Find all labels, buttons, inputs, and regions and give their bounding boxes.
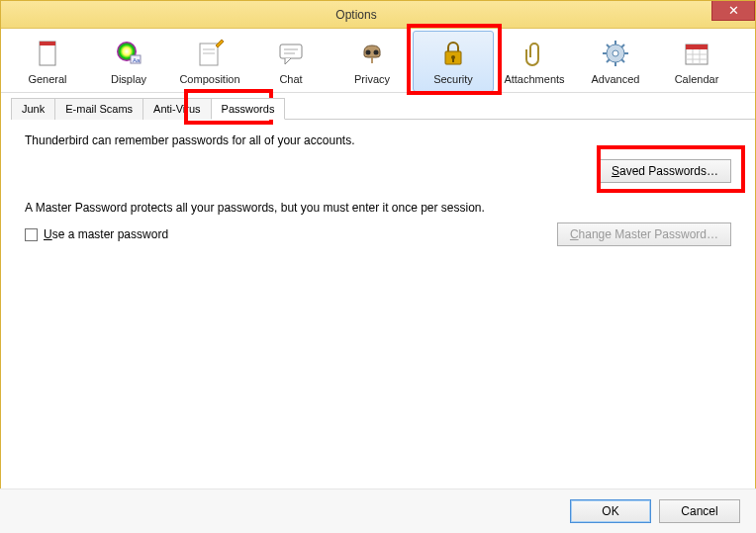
passwords-panel: Thunderbird can remember passwords for a…: [1, 120, 755, 495]
tool-calendar-label: Calendar: [675, 73, 719, 85]
attachments-icon: [519, 38, 550, 69]
change-master-password-button: Change Master Password…: [557, 222, 731, 246]
privacy-icon: [356, 38, 388, 69]
tool-chat-label: Chat: [279, 73, 302, 85]
tool-display[interactable]: Aa Display: [88, 31, 169, 92]
svg-rect-8: [280, 44, 302, 58]
tool-general[interactable]: General: [7, 31, 88, 92]
tab-passwords[interactable]: Passwords: [211, 98, 286, 120]
tool-privacy-label: Privacy: [354, 73, 390, 85]
use-master-password-label: Use a master password: [44, 227, 168, 241]
dialog-footer: OK Cancel: [0, 489, 756, 533]
tool-calendar[interactable]: Calendar: [656, 31, 737, 92]
use-master-password-row[interactable]: Use a master password: [25, 227, 168, 241]
chat-icon: [275, 38, 307, 69]
svg-point-11: [366, 50, 371, 55]
tool-security-label: Security: [433, 73, 473, 85]
tool-chat[interactable]: Chat: [250, 31, 331, 92]
options-toolbar: General Aa Display Composition Chat Priv…: [1, 29, 755, 93]
display-icon: Aa: [113, 38, 144, 69]
svg-line-26: [621, 44, 624, 47]
window-title: Options: [1, 8, 711, 22]
svg-rect-5: [200, 44, 218, 65]
general-icon: [32, 38, 63, 69]
tool-advanced-label: Advanced: [592, 73, 640, 85]
svg-line-25: [607, 59, 610, 62]
titlebar: Options ✕: [1, 1, 755, 29]
tab-junk[interactable]: Junk: [11, 98, 55, 120]
svg-point-12: [374, 50, 379, 55]
svg-rect-16: [452, 58, 454, 62]
tool-security[interactable]: Security: [413, 31, 494, 92]
svg-line-24: [621, 59, 624, 62]
security-icon: [437, 38, 469, 69]
ok-button[interactable]: OK: [570, 499, 651, 523]
tab-email-scams[interactable]: E-mail Scams: [54, 98, 143, 120]
advanced-icon: [600, 38, 631, 69]
svg-text:Aa: Aa: [133, 57, 141, 63]
composition-icon: [194, 38, 226, 69]
tool-advanced[interactable]: Advanced: [575, 31, 656, 92]
calendar-icon: [681, 38, 712, 69]
use-master-password-checkbox[interactable]: [25, 228, 38, 241]
close-icon: ✕: [728, 4, 739, 17]
tool-privacy[interactable]: Privacy: [331, 31, 413, 92]
tool-composition[interactable]: Composition: [169, 31, 250, 92]
security-tabbar: Junk E-mail Scams Anti-Virus Passwords: [11, 97, 755, 120]
svg-rect-1: [40, 42, 55, 45]
tool-composition-label: Composition: [179, 73, 239, 85]
tool-display-label: Display: [111, 73, 146, 85]
svg-rect-28: [686, 44, 708, 49]
close-button[interactable]: ✕: [711, 1, 755, 21]
master-password-text: A Master Password protects all your pass…: [25, 201, 485, 215]
tool-general-label: General: [28, 73, 66, 85]
tool-attachments-label: Attachments: [504, 73, 564, 85]
saved-passwords-button[interactable]: Saved Passwords…: [599, 159, 731, 183]
svg-line-23: [607, 44, 610, 47]
remember-passwords-text: Thunderbird can remember passwords for a…: [25, 133, 355, 147]
tab-anti-virus[interactable]: Anti-Virus: [142, 98, 211, 120]
tool-attachments[interactable]: Attachments: [494, 31, 575, 92]
cancel-button[interactable]: Cancel: [659, 499, 740, 523]
svg-point-18: [613, 50, 618, 56]
svg-rect-13: [371, 57, 373, 63]
